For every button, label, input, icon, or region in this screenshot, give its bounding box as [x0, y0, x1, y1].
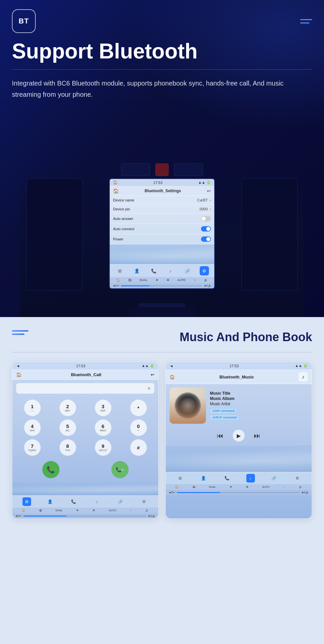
device-name-row: Device name CarBT › — [110, 196, 214, 205]
auto-answer-label: Auto answer — [113, 217, 133, 221]
car-dashboard: 🏠 17:53 ▲▲ 🔋 🏠 Bluetooth_Settings ↩ Devi… — [20, 159, 304, 317]
music-title-bar: 🏠 Bluetooth_Music ♪ — [166, 370, 312, 384]
car-bottom-accent — [139, 303, 185, 307]
call-status-bar: ◄ 17:53 ▲▲ 🔋 — [12, 362, 158, 370]
call-screen-title: Bluetooth_Call — [21, 372, 151, 377]
nav-link-icon[interactable]: 🔗 — [183, 266, 192, 275]
hero-section: BT Support Bluetooth Integrated with BC6… — [0, 0, 324, 317]
call-nav-phone[interactable]: 📞 — [69, 497, 78, 506]
auto-answer-toggle[interactable] — [201, 216, 211, 221]
page-header: BT — [0, 0, 324, 42]
hero-text-block: Support Bluetooth Integrated with BC6 Bl… — [12, 40, 312, 100]
call-nav-link[interactable]: 🔗 — [116, 497, 125, 506]
music-nav-settings[interactable]: ⚙ — [293, 474, 302, 483]
auto-answer-row: Auto answer — [110, 214, 214, 224]
dial-key-6[interactable]: 6MNO — [95, 419, 111, 436]
music-status-bar: ◄ 17:53 ▲▲ 🔋 — [166, 362, 312, 370]
section-header: Music And Phone Book — [12, 330, 312, 344]
right-panel — [241, 178, 298, 291]
a2dp-badge: A2DP connected — [210, 408, 237, 413]
dial-key-hash[interactable]: # — [130, 439, 147, 456]
next-track-btn[interactable]: ⏭ — [254, 432, 261, 440]
hamburger-menu[interactable] — [300, 19, 312, 23]
hero-description: Integrated with BC6 Bluetooth module, su… — [12, 78, 312, 100]
dial-key-8[interactable]: 8TUV — [60, 439, 76, 456]
call-signal-icons: ▲▲ 🔋 — [142, 364, 154, 368]
music-nav-music[interactable]: ♪ — [246, 474, 255, 483]
nav-music-icon[interactable]: ♪ — [166, 266, 175, 275]
wave-decoration — [110, 244, 214, 264]
nav-phone-icon[interactable]: 📞 — [149, 266, 158, 275]
music-artist: Music Artist — [210, 402, 308, 406]
bt-logo: BT — [12, 9, 36, 33]
device-pin-value: 0000 — [200, 207, 208, 211]
power-row: Power — [110, 234, 214, 244]
dial-key-9[interactable]: 9WXYZ — [95, 439, 111, 456]
music-info: Music Title Music Album Music Artist A2D… — [210, 391, 308, 420]
call-back-arrow: ◄ — [16, 364, 20, 368]
signal-icons: ▲▲ 🔋 — [198, 180, 211, 185]
prev-track-btn[interactable]: ⏮ — [217, 432, 223, 440]
bt-screen-title: Bluetooth_Settings — [119, 189, 207, 193]
avrcp-badge: AVRCP connected — [210, 415, 239, 420]
auto-connect-toggle[interactable] — [201, 226, 211, 232]
music-title: Music Title — [210, 391, 308, 396]
auto-connect-label: Auto connect — [113, 227, 134, 231]
power-label: Power — [113, 237, 123, 241]
music-bottom-nav: ⊞ 👤 📞 ♪ 🔗 ⚙ — [166, 472, 312, 484]
nav-person-icon[interactable]: 👤 — [132, 266, 142, 275]
music-nav-grid[interactable]: ⊞ — [176, 474, 184, 483]
bottom-section: Music And Phone Book ◄ 17:53 ▲▲ 🔋 🏠 Blue… — [0, 317, 324, 644]
dial-key-5[interactable]: 5JKL — [60, 419, 76, 436]
chevron-icon: › — [210, 198, 211, 202]
power-toggle[interactable] — [201, 236, 211, 242]
music-album: Music Album — [210, 396, 308, 401]
music-signal-icons: ▲▲ 🔋 — [295, 364, 308, 368]
vent-row — [121, 163, 203, 176]
call-time: 17:53 — [76, 364, 85, 368]
dial-key-2[interactable]: 2ABC — [60, 400, 76, 416]
dial-key-1[interactable]: 1— — [24, 400, 41, 416]
device-name-value: CarBT — [197, 198, 208, 202]
device-pin-label: Device pin — [113, 207, 130, 211]
nav-grid-icon[interactable]: ⊞ — [115, 266, 125, 275]
music-controls: ⏮ ▶ ⏭ — [166, 427, 312, 446]
bt-bottom-nav: ⊞ 👤 📞 ♪ 🔗 ⚙ — [110, 264, 214, 277]
chevron-icon-2: › — [210, 207, 211, 211]
call-nav-person[interactable]: 👤 — [46, 497, 55, 506]
play-btn[interactable]: ▶ — [233, 430, 245, 442]
music-nav-phone[interactable]: 📞 — [223, 474, 231, 483]
music-nav-person[interactable]: 👤 — [199, 474, 208, 483]
music-home-icon: 🏠 — [170, 375, 175, 379]
screen-home-btn[interactable]: 🏠 — [113, 188, 119, 194]
device-pin-row: Device pin 0000 › — [110, 205, 214, 214]
screen-time: 17:53 — [153, 181, 163, 185]
call-nav-music[interactable]: ♪ — [93, 497, 101, 506]
dial-key-0[interactable]: 0+ — [130, 419, 147, 436]
dial-input-field[interactable]: ✕ — [16, 383, 154, 394]
dial-key-7[interactable]: 7PQRS — [24, 439, 41, 456]
music-time: 17:53 — [229, 364, 239, 368]
dial-clear-btn[interactable]: ✕ — [147, 386, 151, 391]
dial-key-star[interactable]: * — [130, 400, 147, 416]
bt-title-bar: 🏠 Bluetooth_Settings ↩ — [110, 186, 214, 196]
music-badges: A2DP connected AVRCP connected — [210, 407, 308, 420]
home-icon: 🏠 — [113, 180, 118, 185]
dial-key-4[interactable]: 4GHI — [24, 419, 41, 436]
recall-button[interactable]: 📞 ↩ — [111, 461, 129, 478]
dial-grid: 1— 2ABC 3DEF * 4GHI 5JKL 6MNO 0+ 7PQRS 8… — [12, 397, 158, 458]
call-nav-grid[interactable]: ⊞ — [22, 497, 31, 506]
hero-divider — [12, 69, 312, 70]
nav-settings-icon[interactable]: ⚙ — [200, 266, 209, 275]
call-nav-settings[interactable]: ⚙ — [140, 497, 148, 506]
climate-bar: 🏠⏻DUAL❄♻AUTO~🔊 — [110, 277, 214, 283]
music-note-btn[interactable]: ♪ — [299, 372, 308, 381]
call-button[interactable]: 📞 — [42, 461, 60, 478]
call-back-btn[interactable]: ↩ — [151, 372, 154, 377]
music-nav-link[interactable]: 🔗 — [270, 474, 278, 483]
screen-back-btn[interactable]: ↩ — [207, 188, 211, 194]
album-art — [170, 387, 206, 424]
bt-status-bar: 🏠 17:53 ▲▲ 🔋 — [110, 179, 214, 186]
dial-key-3[interactable]: 3DEF — [95, 400, 111, 416]
music-arrow-nav: ◄0↩ ◄0🔊 — [166, 490, 312, 495]
